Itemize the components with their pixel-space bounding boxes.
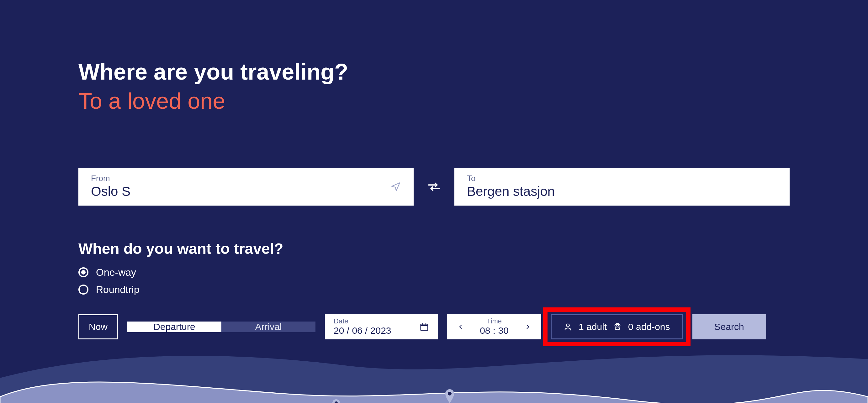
date-label: Date: [334, 318, 391, 325]
radio-oneway[interactable]: One-way: [79, 267, 789, 278]
svg-point-7: [448, 392, 452, 396]
time-label: Time: [480, 318, 508, 325]
to-value: Bergen stasjon: [467, 184, 777, 199]
svg-point-6: [335, 401, 338, 403]
date-value: 20 / 06 / 2023: [334, 325, 391, 336]
radio-roundtrip[interactable]: Roundtrip: [79, 284, 789, 296]
chevron-left-icon[interactable]: [456, 323, 465, 331]
search-button[interactable]: Search: [692, 314, 766, 339]
time-picker[interactable]: Time 08 : 30: [447, 314, 541, 339]
tab-departure[interactable]: Departure: [127, 322, 221, 332]
radio-roundtrip-label: Roundtrip: [96, 284, 140, 296]
page-title: Where are you traveling?: [79, 60, 789, 84]
time-value: 08 : 30: [480, 325, 508, 336]
from-station-input[interactable]: From Oslo S: [79, 168, 414, 206]
date-picker[interactable]: Date 20 / 06 / 2023: [325, 314, 438, 339]
passengers-adult-text: 1 adult: [579, 322, 607, 332]
location-arrow-icon[interactable]: [391, 181, 401, 192]
svg-point-1: [566, 324, 569, 327]
decorative-landscape: [0, 340, 868, 403]
when-heading: When do you want to travel?: [79, 240, 789, 257]
radio-icon: [79, 267, 88, 277]
page-subtitle: To a loved one: [79, 88, 789, 114]
chevron-right-icon[interactable]: [523, 323, 532, 331]
now-button[interactable]: Now: [79, 314, 118, 339]
tab-arrival[interactable]: Arrival: [221, 322, 315, 332]
trip-type-group: One-way Roundtrip: [79, 267, 789, 296]
passengers-addons-text: 0 add-ons: [628, 322, 670, 332]
calendar-icon: [420, 322, 429, 332]
departure-arrival-toggle: Departure Arrival: [127, 314, 315, 339]
to-label: To: [467, 174, 777, 182]
passengers-button[interactable]: 1 adult 0 add-ons: [551, 314, 683, 339]
swap-stations-icon[interactable]: [426, 179, 442, 194]
to-station-input[interactable]: To Bergen stasjon: [454, 168, 789, 206]
paw-icon: [613, 323, 622, 331]
from-label: From: [91, 174, 401, 182]
from-value: Oslo S: [91, 184, 401, 199]
person-icon: [563, 323, 572, 331]
radio-icon: [79, 284, 88, 295]
svg-rect-0: [421, 324, 428, 330]
radio-oneway-label: One-way: [96, 267, 136, 278]
svg-point-5: [617, 324, 619, 325]
